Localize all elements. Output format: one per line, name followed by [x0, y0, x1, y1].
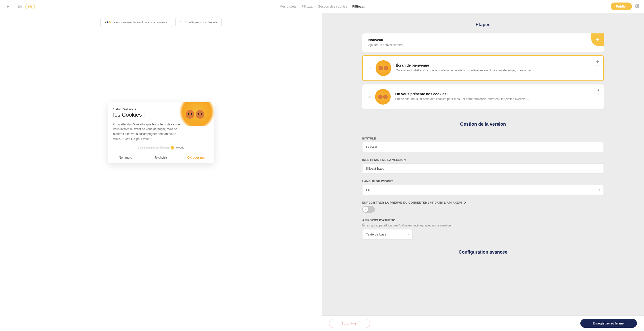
customize-label: Personnalisez la solution à vos couleurs…: [113, 21, 168, 24]
integrate-chip[interactable]: [ ... ] Intégrez sur votre site: [175, 18, 222, 27]
cookie-widget-preview: Salut c'est nous... les Cookies ! On a a…: [108, 102, 214, 163]
new-step-card[interactable]: Nouveau Ajouter un nouvel élément +: [362, 33, 604, 52]
customize-chip[interactable]: aA✎ Personnalisez la solution à vos coul…: [100, 18, 172, 27]
publish-button[interactable]: Publier: [611, 3, 632, 10]
about-select[interactable]: Texte de base: [362, 229, 413, 240]
lang-fr[interactable]: FR: [25, 4, 35, 9]
widget-body-text: On a attendu d'être sûrs que le contenu …: [108, 121, 186, 145]
back-button[interactable]: [5, 3, 12, 10]
config-pane: Étapes Nouveau Ajouter un nouvel élément…: [322, 13, 644, 331]
new-step-hint: Ajouter un nouvel élément: [368, 43, 598, 47]
step-avatar: [376, 60, 391, 76]
svg-point-0: [637, 5, 638, 7]
step-open-button[interactable]: [594, 86, 602, 94]
proof-toggle[interactable]: ✕: [362, 206, 375, 213]
lang-en[interactable]: EN: [15, 4, 24, 9]
step-title: Écran de bienvenue: [396, 63, 533, 67]
widget-accept-button[interactable]: OK pour moi: [179, 152, 214, 163]
version-section-title: Gestion de la version: [322, 122, 644, 127]
step-desc: Sur ce site, nous utilisons des cookies …: [395, 97, 530, 101]
about-help: Écran qui apparaît lorsque l'utilisateur…: [362, 224, 604, 227]
preview-pane: aA✎ Personnalisez la solution à vos coul…: [0, 13, 322, 331]
crumb-cookies[interactable]: Gestion des cookies: [318, 5, 347, 8]
proof-label: ENREGISTRER LA PREUVE DU CONSENTEMENT DA…: [362, 201, 604, 204]
delete-button[interactable]: Supprimer: [329, 319, 370, 328]
drag-handle-icon[interactable]: ≡: [369, 66, 371, 70]
id-label: IDENTIFIANT DE LA VERSION: [362, 158, 604, 161]
new-step-title: Nouveau: [368, 38, 598, 42]
integrate-label: Intégrez sur votre site: [188, 21, 217, 24]
chevron-right-icon: ›: [298, 5, 299, 8]
topbar: EN FR Mes projets › Filliozat › Gestion …: [0, 0, 644, 13]
chevron-right-icon: ›: [315, 5, 316, 8]
toggle-off-icon: ✕: [363, 207, 368, 212]
name-input[interactable]: [362, 142, 604, 152]
advanced-section-title: Configuration avancée: [322, 250, 644, 255]
lang-select[interactable]: FR: [362, 185, 604, 195]
step-desc: On a attendu d'être sûrs que le contenu …: [396, 68, 533, 73]
step-avatar: [375, 89, 391, 105]
widget-choose-button[interactable]: Je choisis: [143, 152, 179, 163]
steps-section-title: Étapes: [322, 22, 644, 27]
chevron-right-icon: ›: [349, 5, 350, 8]
step-welcome-card[interactable]: ≡ Écran de bienvenue On a attendu d'être…: [362, 55, 604, 81]
widget-certification: Consentements certifiés par axeptio: [108, 145, 214, 152]
code-icon: [ ... ]: [180, 20, 186, 24]
widget-deny-button[interactable]: Non merci: [108, 152, 143, 163]
step-title: On vous présente nos cookies !: [395, 92, 530, 96]
lang-label: LANGUE DU WIDGET: [362, 180, 604, 183]
about-label: À PROPOS D'AXEPTIO: [362, 219, 604, 222]
step-cookies-card[interactable]: ≡ On vous présente nos cookies ! Sur ce …: [362, 84, 604, 109]
crumb-project[interactable]: Filliozat: [302, 5, 313, 8]
crumb-current: Filliozat: [352, 5, 365, 8]
typography-icon: aA✎: [105, 20, 112, 24]
gear-icon[interactable]: [635, 4, 639, 9]
crumb-projects[interactable]: Mes projets: [279, 5, 296, 8]
name-label: INTITULÉ: [362, 137, 604, 140]
arrow-right-icon: [596, 88, 600, 92]
id-input[interactable]: [362, 163, 604, 174]
language-switcher: EN FR: [15, 4, 35, 9]
arrow-right-icon: [596, 60, 599, 63]
cookie-illustration: [176, 102, 214, 126]
cert-badge-icon: [171, 146, 174, 150]
arrow-left-icon: [6, 5, 10, 9]
footer-bar: Supprimer Enregistrer et fermer: [322, 315, 644, 331]
step-open-button[interactable]: [594, 58, 601, 65]
chevron-down-icon: ▾: [408, 233, 409, 236]
chevron-down-icon: ▾: [599, 188, 600, 192]
drag-handle-icon[interactable]: ≡: [368, 94, 371, 99]
breadcrumb: Mes projets › Filliozat › Gestion des co…: [279, 5, 365, 8]
save-close-button[interactable]: Enregistrer et fermer: [580, 319, 637, 328]
